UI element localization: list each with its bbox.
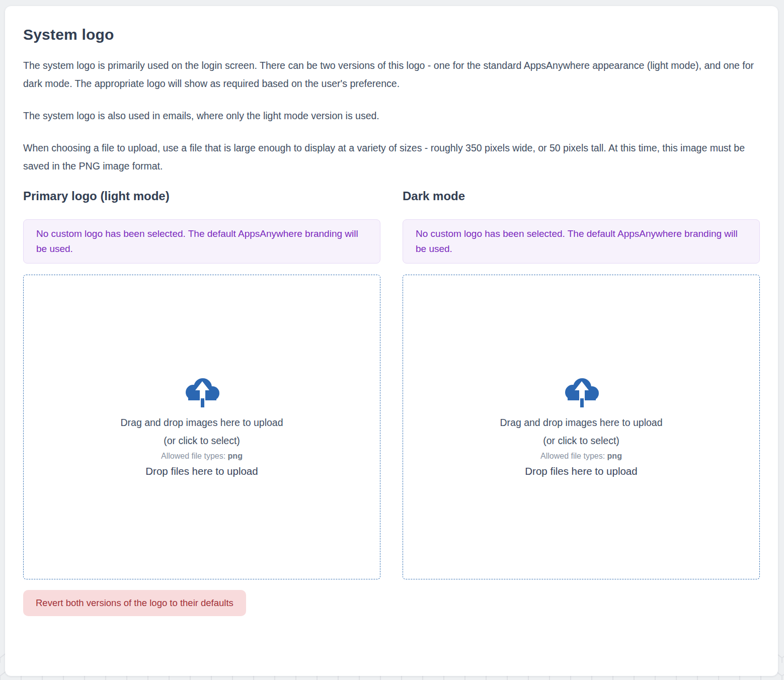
alert-text: No custom logo has been selected. The de…	[416, 228, 738, 254]
intro-paragraph-2: The system logo is also used in emails, …	[23, 107, 760, 125]
dropzone-click-text: (or click to select)	[164, 432, 240, 450]
allowed-types-label: Allowed file types:	[161, 452, 228, 460]
allowed-types-label: Allowed file types:	[540, 452, 607, 460]
intro-text: The system logo is primarily used on the…	[23, 56, 760, 175]
dropzone-allowed-types: Allowed file types: png	[540, 450, 622, 463]
logo-columns: Primary logo (light mode) No custom logo…	[23, 189, 760, 579]
dropzone-click-text: (or click to select)	[543, 432, 619, 450]
primary-logo-column: Primary logo (light mode) No custom logo…	[23, 189, 380, 579]
dropzone-drop-text: Drop files here to upload	[525, 463, 637, 479]
upload-dropzone-dark[interactable]: Drag and drop images here to upload (or …	[403, 275, 760, 579]
dropzone-allowed-types: Allowed file types: png	[161, 450, 243, 463]
upload-dropzone-light[interactable]: Drag and drop images here to upload (or …	[23, 275, 380, 579]
allowed-types-value: png	[228, 452, 243, 460]
cloud-upload-icon	[563, 375, 600, 407]
no-custom-logo-alert-light: No custom logo has been selected. The de…	[23, 219, 380, 264]
dropzone-drop-text: Drop files here to upload	[145, 463, 258, 479]
allowed-types-value: png	[607, 452, 622, 460]
dropzone-drag-text: Drag and drop images here to upload	[500, 413, 662, 432]
cloud-upload-icon	[183, 375, 220, 407]
intro-paragraph-1: The system logo is primarily used on the…	[23, 56, 760, 93]
dark-mode-column: Dark mode No custom logo has been select…	[403, 189, 760, 579]
dark-mode-heading: Dark mode	[403, 189, 760, 203]
alert-text: No custom logo has been selected. The de…	[36, 228, 358, 254]
system-logo-card: System logo The system logo is primarily…	[5, 6, 778, 676]
revert-defaults-button[interactable]: Revert both versions of the logo to thei…	[23, 590, 246, 616]
page-title: System logo	[23, 26, 760, 43]
primary-logo-heading: Primary logo (light mode)	[23, 189, 380, 203]
dropzone-drag-text: Drag and drop images here to upload	[120, 413, 283, 432]
intro-paragraph-3: When choosing a file to upload, use a fi…	[23, 139, 760, 175]
no-custom-logo-alert-dark: No custom logo has been selected. The de…	[403, 219, 760, 264]
